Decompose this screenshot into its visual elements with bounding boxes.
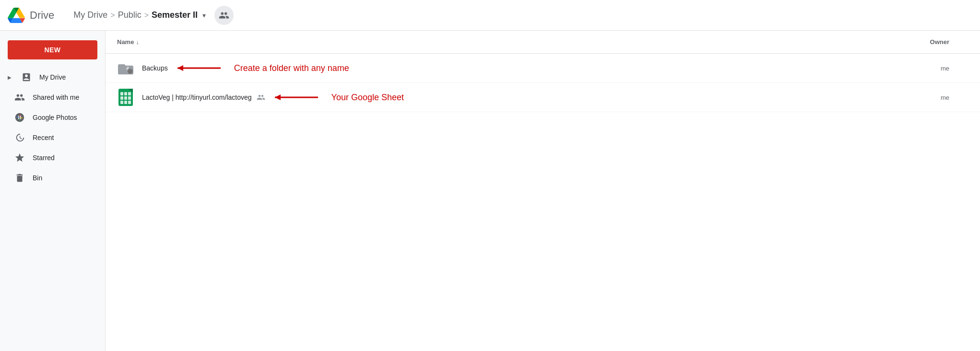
annotation-label-1: Create a folder with any name bbox=[234, 63, 349, 73]
breadcrumb-item-1[interactable]: My Drive bbox=[73, 10, 107, 20]
logo: Drive bbox=[8, 8, 54, 23]
recent-icon bbox=[14, 132, 25, 143]
folder-icon bbox=[117, 59, 134, 77]
sidebar-item-photos-label: Google Photos bbox=[33, 114, 77, 121]
lactoveg-owner: me bbox=[897, 94, 968, 101]
sidebar-item-bin-label: Bin bbox=[33, 174, 42, 182]
file-list-header: Name ↓ Owner bbox=[106, 31, 980, 54]
lactoveg-annotation: Your Google Sheet bbox=[270, 91, 404, 104]
sheets-icon bbox=[117, 89, 134, 106]
photos-icon bbox=[14, 112, 25, 123]
owner-column-header: Owner bbox=[897, 38, 968, 46]
shared-icon bbox=[14, 92, 25, 103]
starred-icon bbox=[14, 152, 25, 163]
name-column-header[interactable]: Name ↓ bbox=[117, 38, 897, 46]
svg-marker-2 bbox=[177, 65, 183, 71]
header: Drive My Drive > Public > Semester II ▾ bbox=[0, 0, 980, 31]
lactoveg-name-area: LactoVeg | http://tinyurl.com/lactoveg Y… bbox=[142, 91, 897, 104]
sidebar-item-photos[interactable]: Google Photos bbox=[0, 107, 101, 128]
svg-marker-4 bbox=[275, 94, 281, 100]
backups-annotation: Create a folder with any name bbox=[173, 61, 349, 75]
bin-icon bbox=[14, 173, 25, 183]
lactoveg-filename: LactoVeg | http://tinyurl.com/lactoveg bbox=[142, 94, 252, 101]
breadcrumb-dropdown-icon[interactable]: ▾ bbox=[202, 12, 206, 19]
sidebar-item-recent-label: Recent bbox=[33, 134, 54, 141]
breadcrumb: My Drive > Public > Semester II ▾ bbox=[73, 6, 234, 25]
backups-filename: Backups bbox=[142, 64, 168, 72]
file-row-lactoveg[interactable]: LactoVeg | http://tinyurl.com/lactoveg Y… bbox=[106, 83, 980, 112]
share-button[interactable] bbox=[214, 6, 234, 25]
drive-logo-icon bbox=[8, 8, 25, 23]
sidebar: NEW ▶ My Drive Shared with me bbox=[0, 31, 106, 351]
breadcrumb-sep-1: > bbox=[110, 11, 115, 20]
sidebar-item-bin[interactable]: Bin bbox=[0, 168, 101, 188]
sidebar-item-shared[interactable]: Shared with me bbox=[0, 87, 101, 107]
share-people-icon bbox=[219, 10, 229, 21]
backups-owner: me bbox=[897, 65, 968, 72]
annotation-label-2: Your Google Sheet bbox=[331, 93, 404, 103]
my-drive-icon bbox=[21, 72, 32, 82]
sidebar-item-shared-label: Shared with me bbox=[33, 94, 79, 101]
app-layout: NEW ▶ My Drive Shared with me bbox=[0, 31, 980, 351]
sidebar-item-starred-label: Starred bbox=[33, 154, 55, 162]
backups-name-area: Backups Create a folder with any name bbox=[142, 61, 897, 75]
shared-people-icon bbox=[257, 93, 265, 102]
svg-point-0 bbox=[128, 69, 133, 74]
sidebar-item-my-drive-label: My Drive bbox=[39, 73, 66, 81]
breadcrumb-sep-2: > bbox=[144, 11, 149, 20]
expand-arrow-icon: ▶ bbox=[8, 75, 12, 80]
app-title: Drive bbox=[30, 9, 54, 22]
sidebar-item-starred[interactable]: Starred bbox=[0, 148, 101, 168]
sidebar-item-my-drive[interactable]: ▶ My Drive bbox=[0, 67, 101, 87]
sidebar-item-recent[interactable]: Recent bbox=[0, 128, 101, 148]
main-content: Name ↓ Owner Backups bbox=[106, 31, 980, 351]
breadcrumb-item-2[interactable]: Public bbox=[118, 10, 142, 20]
file-row-backups[interactable]: Backups Create a folder with any name me bbox=[106, 54, 980, 83]
new-button[interactable]: NEW bbox=[8, 40, 97, 59]
breadcrumb-item-3[interactable]: Semester II bbox=[152, 10, 198, 20]
annotation-arrow-1 bbox=[173, 61, 230, 75]
annotation-arrow-2 bbox=[270, 91, 328, 104]
